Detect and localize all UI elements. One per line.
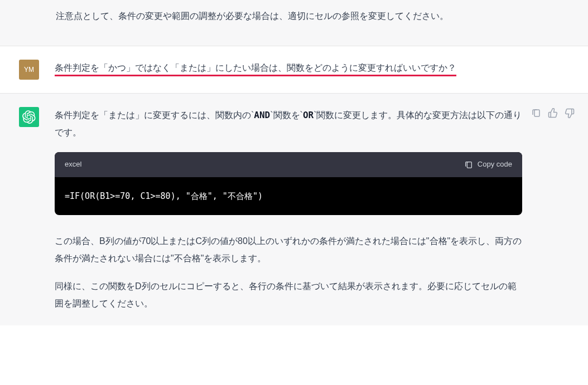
assistant-paragraph-2: この場合、B列の値が70以上またはC列の値が80以上のいずれかの条件が満たされた… (55, 233, 522, 267)
assistant-intro-paragraph: 条件判定を「または」に変更するには、関数内の`AND`関数を`OR`関数に変更し… (55, 107, 522, 141)
user-avatar: YM (19, 60, 39, 80)
message-actions (531, 107, 575, 118)
intro-text-mid: 関数を (273, 110, 300, 120)
previous-assistant-tail: 注意点として、条件の変更や範囲の調整が必要な場合は、適切にセルの参照を変更してく… (0, 0, 588, 46)
clipboard-icon (464, 160, 473, 169)
assistant-avatar (19, 107, 39, 127)
user-message-content: 条件判定を「かつ」ではなく「または」にしたい場合は、関数をどのように変更すればい… (39, 60, 575, 76)
user-question-text: 条件判定を「かつ」ではなく「または」にしたい場合は、関数をどのように変更すればい… (55, 63, 456, 76)
copy-code-label: Copy code (478, 158, 512, 172)
copy-icon[interactable] (531, 108, 541, 118)
assistant-message-block: 条件判定を「または」に変更するには、関数内の`AND`関数を`OR`関数に変更し… (0, 94, 588, 325)
thumbs-down-icon[interactable] (565, 108, 575, 118)
user-message-block: YM 条件判定を「かつ」ではなく「または」にしたい場合は、関数をどのように変更す… (0, 46, 588, 94)
thumbs-up-icon[interactable] (548, 108, 558, 118)
intro-text-pre: 条件判定を「または」に変更するには、関数内の (55, 110, 251, 120)
code-header: excel Copy code (55, 152, 522, 177)
inline-code-and: AND (254, 110, 270, 120)
assistant-paragraph-3: 同様に、この関数をD列のセルにコピーすると、各行の条件に基づいて結果が表示されま… (55, 278, 522, 312)
svg-rect-1 (534, 110, 539, 116)
inline-code-or: OR (303, 110, 314, 120)
code-content[interactable]: =IF(OR(B1>=70, C1>=80), "合格", "不合格") (55, 177, 522, 216)
code-lang-label: excel (65, 158, 81, 172)
user-avatar-initials: YM (24, 66, 34, 74)
copy-code-button[interactable]: Copy code (464, 158, 512, 172)
svg-rect-0 (467, 162, 471, 168)
code-block: excel Copy code =IF(OR(B1>=70, C1>=80), … (55, 152, 522, 215)
previous-assistant-text: 注意点として、条件の変更や範囲の調整が必要な場合は、適切にセルの参照を変更してく… (0, 8, 588, 25)
openai-logo-icon (22, 110, 36, 124)
assistant-message-content: 条件判定を「または」に変更するには、関数内の`AND`関数を`OR`関数に変更し… (39, 107, 531, 312)
